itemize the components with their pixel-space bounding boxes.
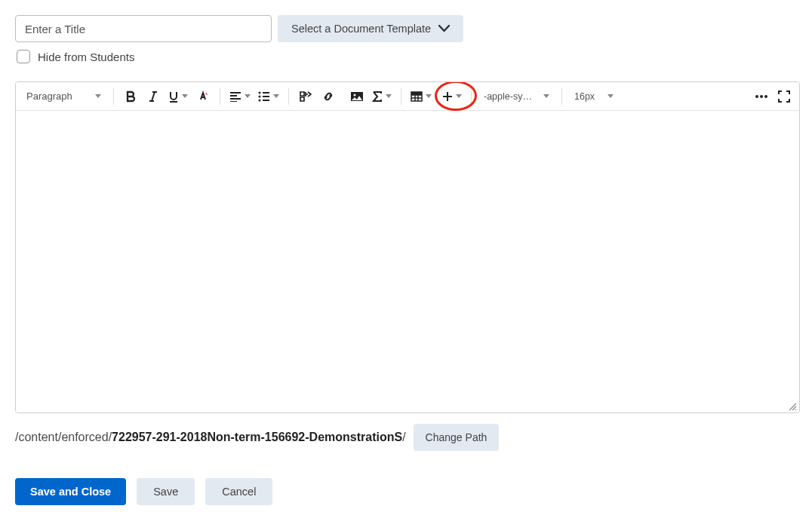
separator xyxy=(561,88,562,105)
svg-rect-21 xyxy=(411,92,422,95)
image-icon xyxy=(350,91,364,102)
ellipsis-icon xyxy=(755,94,768,99)
insert-stuff-button[interactable] xyxy=(295,86,316,107)
hide-from-students-label: Hide from Students xyxy=(38,51,134,63)
font-family-select[interactable]: -apple-syste… xyxy=(478,86,555,107)
select-template-button[interactable]: Select a Document Template xyxy=(278,15,463,42)
change-path-button[interactable]: Change Path xyxy=(414,424,500,451)
insert-link-button[interactable] xyxy=(318,86,339,107)
editor-container: Paragraph xyxy=(15,81,800,413)
equation-button[interactable] xyxy=(369,86,395,107)
fullscreen-button[interactable] xyxy=(774,86,795,107)
table-icon xyxy=(411,91,423,102)
path-folder: 722957-291-2018Non-term-156692-Demonstra… xyxy=(112,431,402,443)
font-size-select[interactable]: 16px xyxy=(568,86,620,107)
svg-point-24 xyxy=(755,95,758,98)
chevron-down-icon xyxy=(95,94,101,98)
select-template-label: Select a Document Template xyxy=(291,23,431,35)
align-button[interactable] xyxy=(226,86,254,107)
title-input[interactable] xyxy=(15,15,272,42)
italic-button[interactable] xyxy=(143,86,164,107)
chevron-down-icon xyxy=(245,94,251,98)
chevron-down-icon xyxy=(426,94,432,98)
font-family-label: -apple-syste… xyxy=(484,91,537,102)
chevron-down-icon xyxy=(438,25,450,32)
cancel-button[interactable]: Cancel xyxy=(205,478,272,505)
sigma-icon xyxy=(372,90,383,103)
save-button[interactable]: Save xyxy=(137,478,195,505)
resize-handle-icon[interactable] xyxy=(788,402,797,411)
chevron-down-icon xyxy=(607,94,614,98)
table-button[interactable] xyxy=(408,86,435,107)
fullscreen-icon xyxy=(778,90,790,103)
hide-from-students-checkbox[interactable] xyxy=(17,50,30,63)
insert-image-button[interactable] xyxy=(346,86,368,107)
bold-icon xyxy=(125,90,136,103)
path-prefix: /content/enforced/ xyxy=(15,431,112,443)
more-actions-button[interactable] xyxy=(751,86,772,107)
svg-point-25 xyxy=(760,95,763,98)
chevron-down-icon xyxy=(273,94,279,98)
insert-more-button[interactable] xyxy=(439,86,465,107)
paragraph-format-label: Paragraph xyxy=(26,90,88,102)
underline-button[interactable] xyxy=(165,86,191,107)
chevron-down-icon xyxy=(543,94,549,98)
list-icon xyxy=(258,91,270,102)
svg-point-8 xyxy=(259,91,261,94)
font-color-button[interactable] xyxy=(192,86,214,107)
link-icon xyxy=(322,90,334,103)
separator xyxy=(288,88,289,105)
align-left-icon xyxy=(229,91,241,102)
font-color-icon xyxy=(197,90,209,103)
bold-button[interactable] xyxy=(120,86,141,107)
svg-point-15 xyxy=(354,94,356,96)
plus-icon xyxy=(442,91,453,102)
paragraph-format-select[interactable]: Paragraph xyxy=(20,86,107,107)
editor-toolbar: Paragraph xyxy=(16,82,799,111)
svg-line-29 xyxy=(795,409,796,410)
chevron-down-icon xyxy=(386,94,392,98)
svg-point-10 xyxy=(259,99,261,101)
svg-point-9 xyxy=(259,95,261,97)
underline-icon xyxy=(168,90,179,103)
font-size-label: 16px xyxy=(574,91,601,102)
separator xyxy=(471,88,472,105)
separator xyxy=(113,88,114,105)
save-and-close-button[interactable]: Save and Close xyxy=(15,478,126,505)
separator xyxy=(401,88,401,105)
editor-content-area[interactable] xyxy=(16,111,799,412)
chevron-down-icon xyxy=(456,94,462,98)
svg-point-26 xyxy=(764,95,767,98)
italic-icon xyxy=(149,90,158,103)
separator xyxy=(220,88,220,105)
content-path: /content/enforced/722957-291-2018Non-ter… xyxy=(15,431,406,444)
chevron-down-icon xyxy=(182,94,188,98)
svg-line-0 xyxy=(152,92,155,101)
insert-stuff-icon xyxy=(300,91,312,102)
path-suffix: / xyxy=(402,431,405,443)
list-button[interactable] xyxy=(255,86,282,107)
